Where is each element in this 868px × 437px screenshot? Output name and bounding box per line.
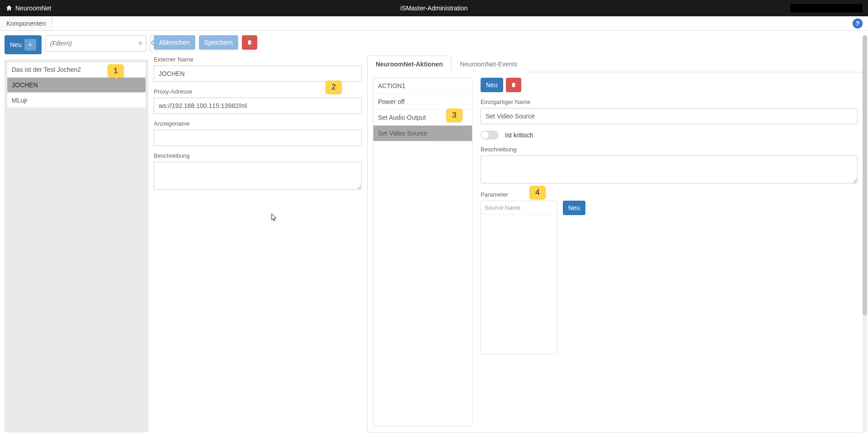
subbar: Komponenten ? xyxy=(0,16,868,31)
topbar: NeuroomNet iSMaster-Administration xyxy=(0,0,868,16)
tab-events[interactable]: NeuroomNet-Events xyxy=(452,56,526,72)
desc-label: Beschreibung xyxy=(154,152,362,159)
save-button[interactable]: Speichern xyxy=(199,35,238,50)
cancel-button[interactable]: Abbrechen xyxy=(154,35,195,50)
action-detail: Neu Einzigartiger Name Ist kritisch xyxy=(481,78,858,427)
critical-row: Ist kritisch xyxy=(481,131,858,140)
action-desc-label: Beschreibung xyxy=(481,146,858,153)
callout-2: 2 xyxy=(326,80,342,94)
action-item[interactable]: Set Video Source xyxy=(373,126,472,141)
list-item[interactable]: MLujr xyxy=(7,93,146,108)
scrollbar[interactable] xyxy=(863,35,867,432)
subbar-tab-komponenten[interactable]: Komponenten xyxy=(0,16,52,30)
tabs: NeuroomNet-Aktionen NeuroomNet-Events xyxy=(367,55,863,72)
critical-label: Ist kritisch xyxy=(505,132,533,139)
filter-input-wrap: × xyxy=(45,35,146,52)
new-label: Neu xyxy=(10,41,22,48)
ext-name-field[interactable] xyxy=(154,66,362,82)
action-item[interactable]: ACTION1 xyxy=(373,78,472,94)
brand-label: NeuroomNet xyxy=(15,5,51,12)
list-item[interactable]: Das ist der Test Jochen2 xyxy=(7,62,146,77)
new-action-button[interactable]: Neu xyxy=(481,78,503,92)
callout-3: 3 xyxy=(446,108,462,122)
help-icon[interactable]: ? xyxy=(853,19,863,28)
ext-name-label: Externer Name xyxy=(154,56,362,63)
left-panel: Neu × Das ist der Test Jochen2 JOCHEN ML… xyxy=(5,35,148,432)
brand[interactable]: NeuroomNet xyxy=(5,5,51,12)
tab-content: ACTION1 Power off Set Audio Output Set V… xyxy=(367,72,863,432)
param-item[interactable]: Source Name xyxy=(481,201,557,215)
mid-toolbar: Abbrechen Speichern xyxy=(154,35,362,50)
trash-icon xyxy=(246,39,253,46)
proxy-field[interactable] xyxy=(154,98,362,114)
mid-panel: Abbrechen Speichern Externer Name Proxy-… xyxy=(154,35,362,432)
detail-toolbar: Neu xyxy=(481,78,858,92)
left-toolbar: Neu × xyxy=(5,35,148,54)
callout-1: 1 xyxy=(108,64,124,78)
right-panel: NeuroomNet-Aktionen NeuroomNet-Events AC… xyxy=(367,35,863,432)
action-desc-field[interactable] xyxy=(481,155,858,183)
delete-action-button[interactable] xyxy=(506,78,521,92)
component-list: Das ist der Test Jochen2 JOCHEN MLujr 1 xyxy=(5,60,148,432)
desc-field[interactable] xyxy=(154,162,362,190)
param-list: Source Name xyxy=(481,201,557,354)
trash-icon xyxy=(510,82,517,88)
home-icon xyxy=(5,5,13,12)
action-item[interactable]: Power off xyxy=(373,94,472,110)
plus-icon xyxy=(24,39,36,51)
new-component-button[interactable]: Neu xyxy=(5,35,42,54)
unique-name-label: Einzigartiger Name xyxy=(481,99,858,105)
delete-button[interactable] xyxy=(242,35,257,50)
critical-toggle[interactable] xyxy=(481,131,499,140)
callout-4: 4 xyxy=(529,186,546,199)
clear-filter-icon[interactable]: × xyxy=(135,39,146,47)
scrollbar-thumb[interactable] xyxy=(863,35,867,315)
account-placeholder[interactable] xyxy=(790,4,863,12)
tab-actions[interactable]: NeuroomNet-Aktionen xyxy=(367,56,452,72)
page-title: iSMaster-Administration xyxy=(401,5,468,12)
unique-name-field[interactable] xyxy=(481,108,858,124)
display-label: Anzeigename xyxy=(154,120,362,127)
main: Neu × Das ist der Test Jochen2 JOCHEN ML… xyxy=(0,31,868,437)
display-field[interactable] xyxy=(154,130,362,146)
list-item[interactable]: JOCHEN xyxy=(7,78,146,92)
filter-input[interactable] xyxy=(46,40,135,47)
action-list: ACTION1 Power off Set Audio Output Set V… xyxy=(373,78,472,427)
new-param-button[interactable]: Neu xyxy=(563,201,585,215)
